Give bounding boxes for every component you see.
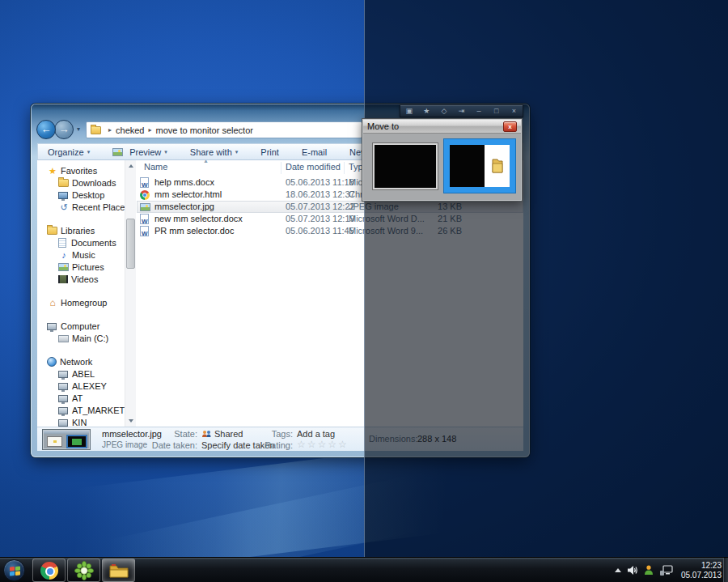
print-button[interactable]: Print xyxy=(260,147,279,157)
column-header-name[interactable]: Name xyxy=(144,162,167,172)
show-hidden-icons-button[interactable] xyxy=(615,568,621,572)
sidebar-item-downloads[interactable]: Downloads xyxy=(37,177,125,189)
sidebar-item-label: Videos xyxy=(71,274,98,284)
forward-button[interactable]: → xyxy=(54,120,74,139)
taskbar-clock[interactable]: 12:23 05.07.2013 xyxy=(679,561,722,580)
sidebar-item-computer[interactable]: Computer xyxy=(37,321,125,333)
sidebar-item-libraries[interactable]: Libraries xyxy=(37,225,125,237)
monitor-2-window-area xyxy=(485,145,510,187)
word-file-icon xyxy=(140,177,149,188)
icq-flower-icon xyxy=(74,561,94,580)
monitor-1-thumbnail[interactable] xyxy=(373,143,438,189)
taskbar-icq-button[interactable] xyxy=(67,559,100,582)
explorer-folder-icon xyxy=(108,563,129,579)
preview-button[interactable]: Preview ▾ xyxy=(112,147,167,157)
messenger-status-icon[interactable] xyxy=(644,565,654,576)
dialog-close-button[interactable]: x xyxy=(503,121,517,132)
recent-pages-dropdown-icon[interactable]: ▾ xyxy=(77,125,80,133)
move-icon[interactable]: ⇥ xyxy=(453,105,471,117)
screens-icon[interactable]: ▣ xyxy=(400,105,418,117)
close-icon[interactable]: × xyxy=(505,105,523,117)
scrollbar-thumb[interactable] xyxy=(126,219,135,269)
documents-icon xyxy=(58,238,66,248)
navigation-pane: Favorites Downloads Desktop Recent Place… xyxy=(37,160,125,427)
volume-icon[interactable] xyxy=(627,565,638,576)
rating-stars[interactable]: ☆☆☆☆☆ xyxy=(297,439,349,450)
shape-icon[interactable]: ◇ xyxy=(435,105,453,117)
file-name: mmselector.jpg xyxy=(154,201,214,213)
back-button[interactable]: ← xyxy=(36,120,56,139)
sidebar-item-homegroup[interactable]: Homegroup xyxy=(37,297,125,309)
sidebar-item-label: AT_MARKETING xyxy=(72,406,125,415)
sidebar-item-label: Main (C:) xyxy=(72,333,108,343)
tags-value[interactable]: Add a tag xyxy=(297,429,335,439)
network-pc-icon xyxy=(58,419,68,427)
videos-icon xyxy=(58,275,68,283)
sidebar-item-pictures[interactable]: Pictures xyxy=(37,261,125,274)
monitor-dim-overlay xyxy=(364,0,728,557)
share-with-label: Share with xyxy=(190,147,232,157)
sidebar-item-label: ABEL xyxy=(72,369,95,379)
minimize-icon[interactable]: – xyxy=(470,105,488,117)
sidebar-item-documents[interactable]: Documents xyxy=(37,237,125,249)
chevron-down-icon: ▾ xyxy=(235,149,239,155)
sidebar-item-kin[interactable]: KIN xyxy=(37,417,125,427)
breadcrumb-crumb[interactable]: move to monitor selector xyxy=(156,125,253,135)
chrome-file-icon xyxy=(140,190,150,200)
selector-toolbar: ▣ ★ ◇ ⇥ – □ × xyxy=(400,104,523,117)
sidebar-item-favorites[interactable]: Favorites xyxy=(37,165,125,177)
sidebar-item-desktop[interactable]: Desktop xyxy=(37,189,125,202)
shared-people-icon xyxy=(201,430,212,438)
pictures-icon xyxy=(58,263,69,271)
star-icon xyxy=(47,165,58,177)
sidebar-item-music[interactable]: Music xyxy=(37,249,125,261)
maximize-icon[interactable]: □ xyxy=(488,105,506,117)
column-divider[interactable] xyxy=(281,162,281,174)
sidebar-item-at[interactable]: AT xyxy=(37,393,125,405)
sidebar-item-recent-places[interactable]: Recent Places xyxy=(37,202,125,214)
taskbar: 12:23 05.07.2013 xyxy=(0,557,728,582)
sidebar-item-label: Downloads xyxy=(72,178,116,188)
sidebar-item-network[interactable]: Network xyxy=(37,356,125,368)
breadcrumb-separator-icon: ▸ xyxy=(149,126,152,134)
file-name: new mm selector.docx xyxy=(154,213,243,225)
monitor-2-thumbnail-selected[interactable] xyxy=(444,139,515,193)
state-label: State: xyxy=(136,429,197,439)
file-name: mm selector.html xyxy=(154,189,222,201)
sidebar-item-label: Homegroup xyxy=(61,298,107,308)
sidebar-scrollbar[interactable] xyxy=(125,160,136,427)
column-divider[interactable] xyxy=(344,162,345,174)
downloads-folder-icon xyxy=(58,179,69,187)
network-pc-icon xyxy=(58,383,68,390)
share-with-button[interactable]: Share with ▾ xyxy=(190,147,239,157)
scroll-down-icon[interactable] xyxy=(125,415,137,427)
sidebar-item-main-c[interactable]: Main (C:) xyxy=(37,333,125,345)
star-icon[interactable]: ★ xyxy=(418,105,436,117)
sidebar-item-label: Recent Places xyxy=(72,202,125,212)
sidebar-item-abel[interactable]: ABEL xyxy=(37,368,125,380)
show-desktop-button[interactable] xyxy=(723,558,728,582)
sidebar-item-alexey[interactable]: ALEXEY xyxy=(37,380,125,393)
taskbar-explorer-button[interactable] xyxy=(102,559,135,582)
clock-time: 12:23 xyxy=(681,561,722,571)
scroll-up-icon[interactable] xyxy=(125,160,137,172)
column-header-date-modified[interactable]: Date modified xyxy=(286,162,341,172)
organize-button[interactable]: Organize ▾ xyxy=(48,147,90,157)
state-text: Shared xyxy=(214,429,243,439)
taskbar-chrome-button[interactable] xyxy=(32,559,66,582)
recent-places-icon xyxy=(58,202,70,214)
network-pc-icon xyxy=(58,407,68,414)
breadcrumb-crumb[interactable]: cheked xyxy=(116,125,144,135)
sidebar-item-at-marketing[interactable]: AT_MARKETING xyxy=(37,405,125,417)
state-value: Shared xyxy=(201,429,243,439)
dialog-title-bar[interactable]: Move to x xyxy=(363,120,521,134)
windows-logo-icon xyxy=(3,559,25,581)
sidebar-item-label: Computer xyxy=(61,321,99,331)
start-button[interactable] xyxy=(3,559,29,581)
sidebar-item-videos[interactable]: Videos xyxy=(37,274,125,286)
address-bar[interactable]: ▸ cheked ▸ move to monitor selector xyxy=(86,121,362,138)
network-icon[interactable] xyxy=(659,565,673,576)
computer-icon xyxy=(47,323,57,330)
email-button[interactable]: E-mail xyxy=(302,147,327,157)
chrome-icon xyxy=(40,562,58,580)
